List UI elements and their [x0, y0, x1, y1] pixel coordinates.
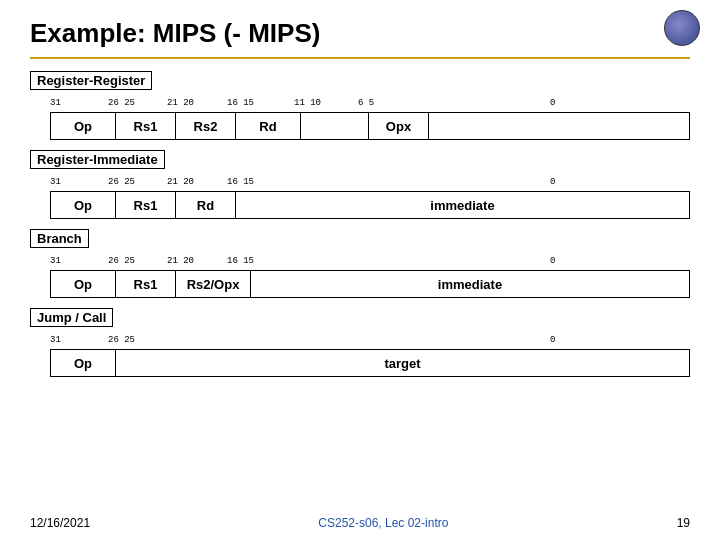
bit-6-rr: 6 5 [358, 98, 374, 108]
bit-21-br: 21 20 [167, 256, 194, 266]
rr-end [428, 112, 690, 140]
bit-0-ri: 0 [550, 177, 555, 187]
section-label-ri: Register-Immediate [30, 150, 165, 169]
section-label-rr: Register-Register [30, 71, 152, 90]
bit-0-jmp: 0 [550, 335, 555, 345]
footer: 12/16/2021 CS252-s06, Lec 02-intro 19 [0, 516, 720, 530]
bit-26-ri: 26 25 [108, 177, 135, 187]
section-label-jump: Jump / Call [30, 308, 113, 327]
footer-date: 12/16/2021 [30, 516, 90, 530]
branch-rs2opx: Rs2/Opx [175, 270, 250, 298]
bit-31-br: 31 [50, 256, 61, 266]
bit-31-rr: 31 [50, 98, 61, 108]
bit-11-rr: 11 10 [294, 98, 321, 108]
university-logo [664, 10, 700, 46]
bit-31-jmp: 31 [50, 335, 61, 345]
rr-opx: Opx [368, 112, 428, 140]
bit-0-rr: 0 [550, 98, 555, 108]
page: Example: MIPS (- MIPS) Register-Register… [0, 0, 720, 540]
section-register-register: Register-Register 31 26 25 21 20 16 15 1… [30, 71, 690, 140]
bit-26-jmp: 26 25 [108, 335, 135, 345]
branch-fields-row: Op Rs1 Rs2/Opx immediate [50, 270, 690, 298]
rr-rd: Rd [235, 112, 300, 140]
branch-immediate: immediate [250, 270, 690, 298]
bit-16-rr: 16 15 [227, 98, 254, 108]
jump-op: Op [50, 349, 115, 377]
rr-fields-row: Op Rs1 Rs2 Rd Opx [50, 112, 690, 140]
footer-page: 19 [677, 516, 690, 530]
branch-rs1: Rs1 [115, 270, 175, 298]
section-branch: Branch 31 26 25 21 20 16 15 0 Op Rs1 Rs2… [30, 229, 690, 298]
section-jump: Jump / Call 31 26 25 0 Op target [30, 308, 690, 377]
page-title: Example: MIPS (- MIPS) [30, 18, 690, 49]
branch-op: Op [50, 270, 115, 298]
footer-course: CS252-s06, Lec 02-intro [318, 516, 448, 530]
ri-rs1: Rs1 [115, 191, 175, 219]
ri-fields-row: Op Rs1 Rd immediate [50, 191, 690, 219]
bit-31-ri: 31 [50, 177, 61, 187]
section-label-branch: Branch [30, 229, 89, 248]
ri-immediate: immediate [235, 191, 690, 219]
rr-empty [300, 112, 368, 140]
bit-0-br: 0 [550, 256, 555, 266]
bit-26-rr: 26 25 [108, 98, 135, 108]
rr-rs1: Rs1 [115, 112, 175, 140]
jump-fields-row: Op target [50, 349, 690, 377]
section-register-immediate: Register-Immediate 31 26 25 21 20 16 15 … [30, 150, 690, 219]
rr-op: Op [50, 112, 115, 140]
bit-16-br: 16 15 [227, 256, 254, 266]
rr-rs2: Rs2 [175, 112, 235, 140]
bit-21-rr: 21 20 [167, 98, 194, 108]
ri-rd: Rd [175, 191, 235, 219]
bit-21-ri: 21 20 [167, 177, 194, 187]
bit-26-br: 26 25 [108, 256, 135, 266]
bit-16-ri: 16 15 [227, 177, 254, 187]
jump-target: target [115, 349, 690, 377]
ri-op: Op [50, 191, 115, 219]
